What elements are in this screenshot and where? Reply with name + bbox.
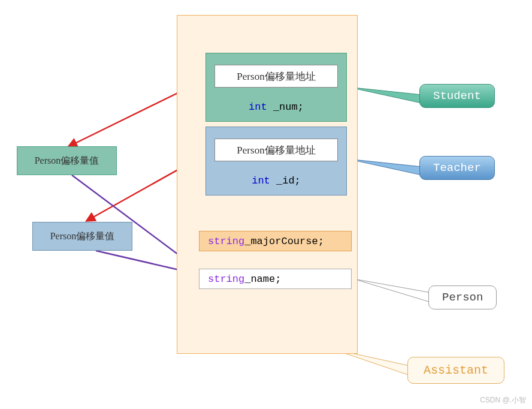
student-addr-label: Person偏移量地址 (237, 70, 315, 83)
watermark: CSDN @.小智 (480, 395, 526, 405)
teacher-member: int _id; (206, 175, 346, 187)
name-row: string _name; (199, 269, 352, 289)
teacher-offset-addr: Person偏移量地址 (214, 139, 338, 161)
teacher-block: Person偏移量地址 int _id; (205, 127, 347, 196)
person-callout: Person (428, 285, 497, 309)
string-keyword: string (208, 273, 244, 285)
assistant-callout: Assistant (407, 357, 504, 384)
teacher-callout-label: Teacher (433, 161, 481, 175)
offset-green-label: Person偏移量值 (35, 155, 99, 167)
teacher-callout: Teacher (419, 156, 495, 180)
teacher-member-name: _id; (270, 175, 301, 187)
student-member-name: _num; (267, 101, 304, 113)
major-course-row: string _majorCourse; (199, 231, 352, 251)
major-course-name: _majorCourse; (244, 236, 324, 247)
offset-blue-label: Person偏移量值 (50, 230, 115, 243)
student-member: int _num; (206, 101, 346, 113)
student-callout-label: Student (433, 89, 481, 103)
student-callout: Student (419, 84, 495, 108)
person-callout-label: Person (442, 291, 483, 304)
assistant-callout-label: Assistant (424, 363, 488, 377)
int-keyword: int (249, 101, 267, 113)
name-member: _name; (244, 273, 281, 285)
string-keyword: string (208, 236, 244, 247)
student-offset-addr: Person偏移量地址 (214, 65, 338, 88)
int-keyword: int (252, 175, 270, 187)
offset-value-teacher: Person偏移量值 (32, 222, 132, 251)
teacher-addr-label: Person偏移量地址 (237, 143, 315, 157)
student-block: Person偏移量地址 int _num; (205, 53, 347, 122)
offset-value-student: Person偏移量值 (17, 146, 117, 175)
